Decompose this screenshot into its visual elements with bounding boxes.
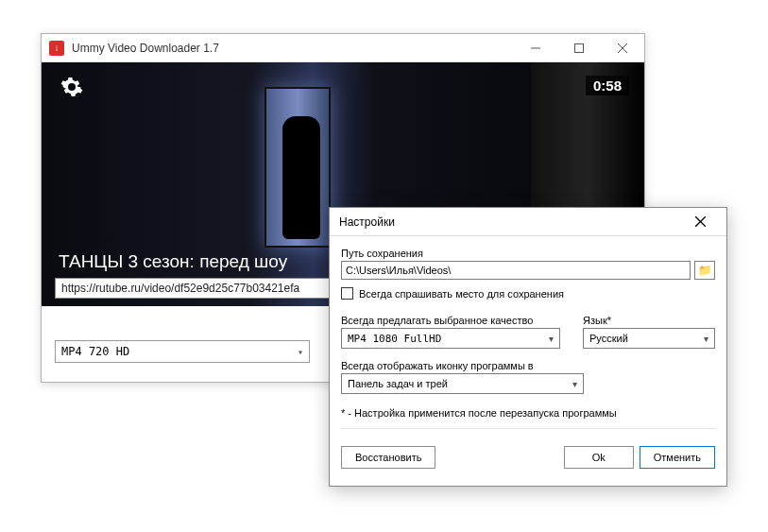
tray-label: Всегда отображать иконку программы в xyxy=(341,360,715,371)
chevron-down-icon: ▾ xyxy=(704,334,708,344)
titlebar: ↓ Ummy Video Downloader 1.7 xyxy=(42,34,644,62)
restore-button-label: Восстановить xyxy=(355,452,421,463)
maximize-icon xyxy=(574,43,584,53)
settings-button[interactable] xyxy=(60,76,83,98)
cancel-button-label: Отменить xyxy=(654,452,701,463)
video-title: ТАНЦЫ 3 сезон: перед шоу xyxy=(59,251,287,272)
always-ask-label: Всегда спрашивать место для сохранения xyxy=(359,288,564,300)
format-select-value: MP4 720 HD xyxy=(61,345,129,358)
video-bg-detail xyxy=(282,116,320,239)
dialog-body: Путь сохранения 📁 Всегда спрашивать мест… xyxy=(330,236,726,478)
folder-icon: 📁 xyxy=(698,264,712,277)
app-icon: ↓ xyxy=(49,41,64,56)
cancel-button[interactable]: Отменить xyxy=(640,446,715,469)
dialog-titlebar: Настройки xyxy=(330,208,726,236)
close-icon xyxy=(618,43,627,53)
tray-select[interactable]: Панель задач и трей ▾ xyxy=(341,373,584,394)
close-icon xyxy=(695,216,706,227)
dialog-close-button[interactable] xyxy=(681,209,719,235)
browse-folder-button[interactable]: 📁 xyxy=(694,261,715,280)
restart-note: * - Настройка применится после перезапус… xyxy=(341,407,715,419)
restore-button[interactable]: Восстановить xyxy=(341,446,435,469)
save-path-input[interactable] xyxy=(341,261,691,280)
gear-icon xyxy=(60,76,83,98)
language-label: Язык* xyxy=(583,315,715,326)
maximize-button[interactable] xyxy=(557,34,601,62)
quality-label: Всегда предлагать выбранное качество xyxy=(341,315,560,326)
minimize-icon xyxy=(531,43,540,53)
language-select-value: Русский xyxy=(589,333,628,344)
close-button[interactable] xyxy=(601,34,644,62)
always-ask-checkbox[interactable] xyxy=(341,287,353,300)
svg-rect-1 xyxy=(575,43,584,52)
chevron-down-icon: ▾ xyxy=(549,334,554,344)
ok-button[interactable]: Ok xyxy=(564,446,634,469)
save-path-label: Путь сохранения xyxy=(341,248,715,259)
format-select[interactable]: MP4 720 HD ▾ xyxy=(55,340,310,363)
quality-select-value: MP4 1080 FullHD xyxy=(348,333,441,345)
video-url-input[interactable] xyxy=(55,278,338,299)
settings-dialog: Настройки Путь сохранения 📁 Всегда спраш… xyxy=(329,207,727,487)
tray-select-value: Панель задач и трей xyxy=(348,378,448,389)
language-select[interactable]: Русский ▾ xyxy=(583,328,715,349)
chevron-down-icon: ▾ xyxy=(572,379,577,389)
divider xyxy=(341,428,715,429)
chevron-down-icon: ▾ xyxy=(298,347,303,357)
window-title: Ummy Video Downloader 1.7 xyxy=(72,42,219,55)
minimize-button[interactable] xyxy=(514,34,557,62)
dialog-title: Настройки xyxy=(339,215,681,229)
ok-button-label: Ok xyxy=(592,452,606,463)
video-duration: 0:58 xyxy=(586,76,629,95)
quality-select[interactable]: MP4 1080 FullHD ▾ xyxy=(341,328,560,349)
